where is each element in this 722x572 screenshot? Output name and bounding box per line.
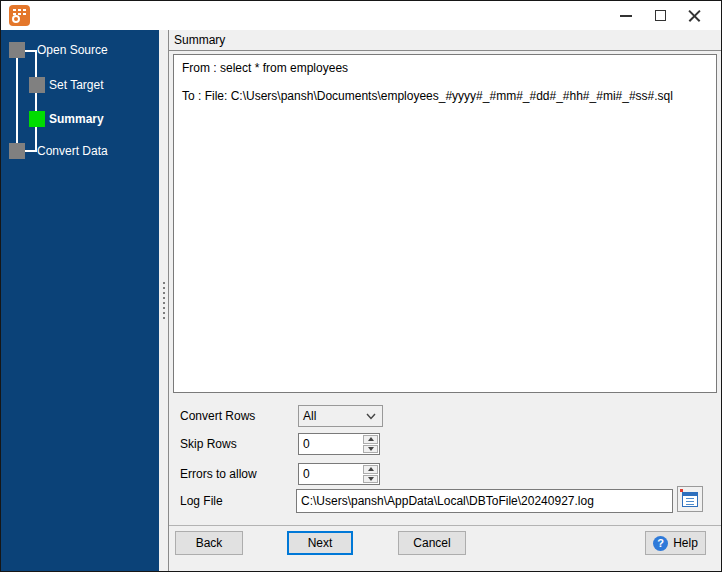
skip-rows-spin-buttons — [362, 434, 379, 454]
step-marker-summary-current — [29, 111, 45, 127]
help-button-label: Help — [673, 536, 698, 550]
close-button[interactable] — [677, 3, 711, 29]
window-controls — [609, 3, 711, 29]
minimize-button[interactable] — [609, 3, 643, 29]
step-connector-line — [35, 50, 37, 152]
button-bar: Back Next Cancel ? Help — [169, 525, 721, 571]
skip-rows-decrement-button[interactable] — [363, 445, 378, 454]
app-body: Open Source Set Target Summary Convert D… — [1, 30, 721, 571]
errors-to-allow-input[interactable] — [299, 464, 362, 484]
wizard-window: Open Source Set Target Summary Convert D… — [0, 0, 722, 572]
convert-rows-selected-value: All — [303, 409, 316, 423]
back-button[interactable]: Back — [175, 531, 243, 555]
help-button[interactable]: ? Help — [645, 531, 706, 555]
splitter-grip-icon — [163, 282, 165, 319]
log-file-input[interactable] — [296, 489, 673, 513]
step-connector-line — [25, 50, 37, 52]
convert-rows-label: Convert Rows — [180, 405, 255, 427]
maximize-button[interactable] — [643, 3, 677, 29]
summary-to-line: To : File: C:\Users\pansh\Documents\empl… — [182, 89, 708, 104]
wizard-steps-sidebar: Open Source Set Target Summary Convert D… — [1, 30, 159, 571]
log-file-label: Log File — [180, 490, 223, 512]
step-connector-line — [25, 150, 37, 152]
skip-rows-input[interactable] — [299, 434, 362, 454]
step-marker-convert-data — [9, 143, 25, 159]
step-marker-set-target — [29, 77, 45, 93]
sidebar-step-summary[interactable]: Summary — [49, 112, 104, 126]
panel-content: From : select * from employees To : File… — [169, 51, 721, 525]
chevron-down-icon — [366, 413, 376, 420]
log-document-icon — [682, 492, 698, 507]
app-icon-detail — [13, 9, 26, 11]
errors-decrement-button[interactable] — [363, 475, 378, 484]
step-marker-open-source — [9, 42, 25, 58]
question-mark-icon: ? — [653, 536, 668, 551]
sidebar-step-set-target[interactable]: Set Target — [49, 78, 103, 92]
summary-textbox[interactable]: From : select * from employees To : File… — [173, 54, 717, 393]
errors-to-allow-label: Errors to allow — [180, 463, 257, 485]
skip-rows-spinner — [298, 433, 380, 455]
summary-from-line: From : select * from employees — [182, 61, 708, 76]
arrow-down-icon — [368, 477, 374, 481]
arrow-up-icon — [368, 467, 374, 471]
minimize-icon — [620, 15, 632, 17]
next-button[interactable]: Next — [287, 531, 353, 555]
skip-rows-increment-button[interactable] — [363, 435, 378, 444]
summary-blank-line — [182, 76, 708, 89]
cancel-button[interactable]: Cancel — [398, 531, 466, 555]
convert-rows-dropdown[interactable]: All — [298, 405, 383, 427]
app-icon-badge — [12, 15, 20, 23]
errors-to-allow-spinner — [298, 463, 380, 485]
close-icon — [688, 9, 701, 22]
errors-increment-button[interactable] — [363, 465, 378, 474]
arrow-up-icon — [368, 437, 374, 441]
errors-spin-buttons — [362, 464, 379, 484]
panel-header: Summary — [169, 30, 721, 51]
main-panel: Summary From : select * from employees T… — [169, 30, 721, 571]
app-icon — [9, 5, 30, 26]
step-connector-line — [16, 58, 18, 144]
sidebar-step-open-source[interactable]: Open Source — [37, 43, 108, 57]
log-file-browse-button[interactable] — [677, 486, 703, 512]
sidebar-step-convert-data[interactable]: Convert Data — [37, 144, 108, 158]
title-bar — [1, 1, 721, 30]
maximize-icon — [655, 10, 666, 21]
panel-title: Summary — [174, 33, 225, 47]
sidebar-splitter[interactable] — [159, 30, 169, 571]
arrow-down-icon — [368, 447, 374, 451]
skip-rows-label: Skip Rows — [180, 433, 237, 455]
